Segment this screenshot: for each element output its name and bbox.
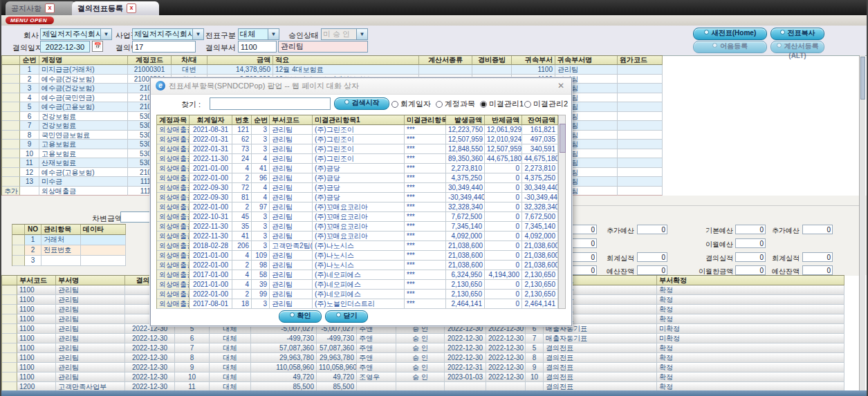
cell: *** xyxy=(405,202,446,212)
slip-no-input[interactable] xyxy=(132,41,196,53)
popup-title-bar[interactable]: e 전표세부항목(SPNDCDPop) 팝업 -- 웹 페이지 대화 상자 ✕ xyxy=(151,78,571,95)
cell xyxy=(2,334,17,343)
table-row[interactable]: 1미지급금(거래처)21000301대변14,378,95012월 4대보험료1… xyxy=(2,65,663,75)
scrollbar-thumb[interactable] xyxy=(860,57,865,100)
cell: 4,375,250 xyxy=(446,173,485,183)
tab-close-icon[interactable]: x xyxy=(127,3,136,13)
budget-b-base-input[interactable] xyxy=(735,225,766,234)
ok-button[interactable]: 확인 xyxy=(279,310,322,323)
cell: 35 xyxy=(232,222,252,232)
table-row[interactable]: 외상매출금2022-01-31623관리팀(주)그린조이***12,507,95… xyxy=(157,135,558,144)
cell xyxy=(41,256,81,266)
table-row[interactable]: 외상매출금2021-08-311213관리팀(주)그린조이***12,223,7… xyxy=(157,125,558,135)
cell: 관리팀 xyxy=(270,193,313,202)
close-icon[interactable]: ✕ xyxy=(556,81,566,91)
table-row[interactable]: 외상매출금2022-01-00297관리팀(주)꼬매요코리아***32,328,… xyxy=(157,202,558,212)
horizontal-scrollbar[interactable] xyxy=(1,390,867,396)
table-row[interactable]: 외상매출금2017-01-00458관리팀(주)네오피에스***6,324,95… xyxy=(157,270,558,280)
vertical-scrollbar[interactable] xyxy=(859,55,865,390)
radio-dot-icon[interactable] xyxy=(436,101,443,108)
cell: 7,672,500 xyxy=(522,212,558,222)
table-row[interactable]: 외상매출금2022-10-31453관리팀(주)꼬매요코리아***7,672,5… xyxy=(157,212,558,222)
search-start-button[interactable]: 검색시작 xyxy=(334,97,389,110)
approval-select[interactable]: 미 승 인 ▼ xyxy=(321,28,368,40)
cell: 41 xyxy=(232,232,252,241)
table-row[interactable]: 3 xyxy=(12,256,126,266)
table-row[interactable]: 외상매출금2022-01-00299관리팀(주)네오피에스***2,130,65… xyxy=(157,290,558,299)
table-row[interactable]: 외상매출금2022-11-30244관리팀(주)그린조이***89,350,36… xyxy=(157,154,558,164)
popup-title-text: 전표세부항목(SPNDCDPop) 팝업 -- 웹 페이지 대화 상자 xyxy=(169,82,359,90)
table-row[interactable]: 1100관리팀2022-12-306대체-499,730-499,730주앤승 … xyxy=(2,334,844,343)
invoice-register-button[interactable]: 계산서등록(ALT) xyxy=(770,41,824,53)
cell xyxy=(618,158,663,168)
table-row[interactable]: 외상매출금2021-01-00441관리팀(주)금당***2,273,81002… xyxy=(157,164,558,173)
table-row[interactable]: 외상매출금2022-01-31733관리팀(주)그린조이***12,848,55… xyxy=(157,144,558,154)
cell: -499,730 xyxy=(251,334,317,343)
menu-open-button[interactable]: MENU OPEN xyxy=(6,17,54,24)
chevron-down-icon[interactable]: ▼ xyxy=(356,29,367,39)
radio-dot-icon[interactable] xyxy=(391,101,398,108)
cell: 4,375,250 xyxy=(522,173,558,183)
cell: 건강보험료 xyxy=(39,121,128,131)
table-row[interactable]: 2전표번호 xyxy=(12,245,126,256)
tab-close-icon[interactable]: x xyxy=(45,3,55,13)
cell: (주)금당 xyxy=(313,173,405,183)
table-row[interactable]: 외상매출금2022-09-30724관리팀(주)금당***30,349,4400… xyxy=(157,183,558,193)
bill-register-button[interactable]: 어음등록 xyxy=(693,41,767,53)
date-input[interactable] xyxy=(40,41,90,53)
table-row[interactable]: 외상매출금2021-01-004109관리팀(주)나노시스***21,038,6… xyxy=(157,251,558,261)
copy-slip-button[interactable]: 전표복사 xyxy=(770,28,824,40)
site-select[interactable]: 제일저지주식회사 ▼ xyxy=(132,28,204,40)
table-row[interactable]: 외상매출금2022-11-30413관리팀(주)꼬매요코리아***4,092,0… xyxy=(157,232,558,241)
slip-type-select[interactable]: 대체 ▼ xyxy=(238,28,279,40)
table-row[interactable]: 1100관리팀2022-12-309대체110,058,960110,058,9… xyxy=(2,363,844,373)
table-row[interactable]: 외상매출금2022-09-30814관리팀(주)금당***-30,349,440… xyxy=(157,193,558,202)
cell: 외상매출금 xyxy=(157,135,190,144)
budget-a-actual-label: 회계실적 xyxy=(602,254,634,263)
table-row[interactable]: 외상매출금2022-01-00296관리팀(주)금당***4,375,25004… xyxy=(157,173,558,183)
company-select[interactable]: 제일저지주식회사 ▼ xyxy=(40,28,112,40)
chevron-down-icon[interactable]: ▼ xyxy=(268,29,279,39)
popup-scrollbar[interactable] xyxy=(558,115,566,309)
new-slip-button[interactable]: 새전표(Home) xyxy=(693,28,767,40)
find-input[interactable] xyxy=(210,97,331,110)
budget-b-carry-input[interactable] xyxy=(735,238,766,248)
table-row[interactable]: 1100관리팀2022-12-307대체57,087,36057,087,360… xyxy=(2,343,844,353)
budget-b-actual-input[interactable] xyxy=(802,252,833,262)
column-header: 차/대 xyxy=(172,56,207,65)
cell: 4 xyxy=(232,251,252,261)
table-row[interactable]: 1100관리팀2022-12-308대체29,963,78029,963,780… xyxy=(2,353,844,363)
table-row[interactable]: 외상매출금2022-01-00298관리팀(주)나노시스***21,038,60… xyxy=(157,261,558,270)
table-row[interactable]: 1100관리팀2022-12-3010대체49,72049,720조영우승 인2… xyxy=(2,373,844,382)
radio-2[interactable]: 계정과목 xyxy=(436,99,475,109)
close-button[interactable]: 닫기 xyxy=(325,310,368,323)
button-dot-icon xyxy=(704,30,709,35)
table-row[interactable]: 1거래처 xyxy=(12,235,126,245)
table-row[interactable]: 외상매출금2022-11-30353관리팀(주)꼬매요코리아***7,345,1… xyxy=(157,222,558,232)
cell: 0 xyxy=(485,202,522,212)
chevron-down-icon[interactable]: ▼ xyxy=(192,29,203,39)
budget-a-extra-input[interactable] xyxy=(637,225,667,234)
budget-b-remain-input[interactable] xyxy=(802,265,833,275)
radio-1[interactable]: 회계일자 xyxy=(391,99,431,109)
tab-notice[interactable]: 공지사항 x xyxy=(6,1,76,15)
tab-slip-register[interactable]: 결의전표등록 x xyxy=(72,1,159,15)
budget-a-remain-input[interactable] xyxy=(637,265,667,275)
budget-b-resolve-input[interactable] xyxy=(735,252,766,262)
dept-code-input[interactable] xyxy=(238,41,277,53)
table-row[interactable]: 외상매출금2021-01-00439관리팀(주)네오피에스***2,130,65… xyxy=(157,280,558,290)
budget-a-actual-input[interactable] xyxy=(637,252,667,262)
scrollbar-thumb[interactable] xyxy=(560,124,566,153)
radio-dot-icon[interactable] xyxy=(524,101,531,108)
budget-b-actual-label: 회계실적 xyxy=(768,254,800,263)
radio-4[interactable]: 미결관리2 xyxy=(524,99,568,109)
table-row[interactable]: 외상매출금2018-02-282063고객만족2팀(J2(주)나노시스***21… xyxy=(157,241,558,251)
budget-b-extra-input[interactable] xyxy=(802,225,833,234)
table-row[interactable]: 외상매출금2017-08-01183관리팀(주)노블인더스트리***2,464,… xyxy=(157,299,558,309)
budget-b-carried-input[interactable] xyxy=(735,265,766,275)
radio-dot-icon[interactable] xyxy=(480,101,487,108)
calendar-icon[interactable]: 📅 xyxy=(92,41,103,52)
cell: 주앤 xyxy=(357,334,396,343)
radio-3[interactable]: 미결관리1 xyxy=(480,99,524,109)
chevron-down-icon[interactable]: ▼ xyxy=(100,29,111,39)
